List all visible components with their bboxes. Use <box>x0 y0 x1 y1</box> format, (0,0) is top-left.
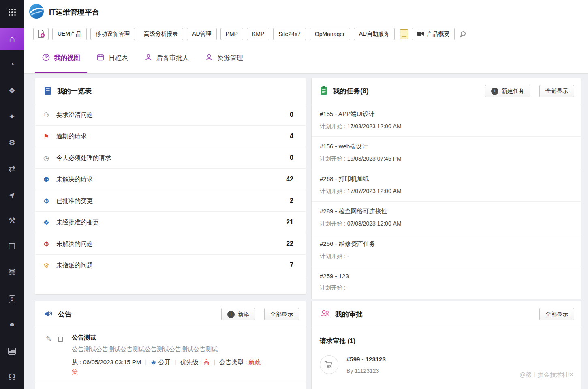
calendar-icon <box>96 53 105 63</box>
sidebar-item-assets[interactable] <box>0 235 24 258</box>
toolbar-tab-opmanager[interactable]: OpManager <box>310 28 350 40</box>
sidebar-item-requests[interactable] <box>0 79 24 102</box>
apps-menu-button[interactable] <box>0 0 24 24</box>
avatar <box>320 355 338 374</box>
announcement-title[interactable]: 公告测试 <box>72 334 262 342</box>
announcement-item: ✎ 公告测试 公告测试公告测试公告测试公告测试公告测试公告测试 从 : 06/0… <box>35 327 306 383</box>
product-overview-label: 产品概要 <box>427 30 449 38</box>
announcement-meta: 从 : 06/05/2023 03:15 PM公开优先级 : 高公告类型 : 新… <box>72 357 262 377</box>
product-overview-button[interactable]: 产品概要 <box>412 28 455 40</box>
summary-row[interactable]: 未经批准的变更 21 <box>35 212 306 233</box>
approval-title[interactable]: #599 - 123123 <box>346 356 386 363</box>
summary-row[interactable]: 要求澄清问题 0 <box>35 104 306 126</box>
task-start-value: 17/07/2023 12:00 AM <box>347 188 402 194</box>
invoice-icon <box>9 295 15 303</box>
announcements-show-all-button[interactable]: 全部显示 <box>264 308 299 320</box>
sidebar-item-support[interactable] <box>0 365 24 388</box>
tab-my-view[interactable]: 我的视图 <box>35 44 87 73</box>
summary-row[interactable]: 未解决的请求 42 <box>35 169 306 190</box>
wrench-icon <box>9 216 15 225</box>
sidebar-item-reports[interactable] <box>0 340 24 362</box>
tasks-show-all-button[interactable]: 全部显示 <box>539 85 574 97</box>
add-announcement-button[interactable]: 新添 <box>221 308 255 320</box>
sidebar-item-purchase[interactable] <box>0 288 24 310</box>
toolbar-tab-ad[interactable]: AD管理 <box>187 28 216 40</box>
ticket-icon <box>9 86 15 95</box>
from-label: 从 : <box>72 359 83 365</box>
announcements-card-title: 公告 <box>58 309 72 319</box>
summary-row-count: 42 <box>286 176 293 183</box>
summary-row-label: 已批准的变更 <box>56 197 93 205</box>
add-document-icon <box>37 30 45 39</box>
task-item[interactable]: #289 - 检查网络可连接性 计划开始 : 07/08/2023 12:00 … <box>312 202 581 234</box>
task-title[interactable]: #155 - APP端UI设计 <box>320 110 573 118</box>
summary-row-label: 未指派的问题 <box>56 262 93 269</box>
task-title[interactable]: #156 - web端设计 <box>320 143 573 150</box>
approvals-show-all-button[interactable]: 全部显示 <box>539 308 574 320</box>
tab-backup-approver[interactable]: 后备审批人 <box>137 44 196 73</box>
new-task-button[interactable]: 新建任务 <box>485 85 530 97</box>
sidebar-item-cmdb[interactable] <box>0 261 24 284</box>
task-title[interactable]: #259 - 123 <box>320 273 573 279</box>
people-icon <box>320 309 330 320</box>
sidebar-item-releases[interactable] <box>0 183 24 206</box>
lightbulb-icon <box>9 112 15 121</box>
task-start-label: 计划开始 : <box>320 123 347 129</box>
separator <box>145 359 147 365</box>
sidebar-item-tools[interactable] <box>0 209 24 232</box>
task-start-value: 07/08/2023 12:00 AM <box>347 220 402 227</box>
my-summary-card: 我的一览表 要求澄清问题 0 逾期的请求 4 今天必须处理的请求 0 未解决的请… <box>35 78 306 295</box>
add-announcement-label: 新添 <box>238 311 249 318</box>
toolbar-tab-uem[interactable]: UEM产品 <box>52 28 87 40</box>
toolbar-tab-pmp[interactable]: PMP <box>220 28 243 40</box>
toolbar-tab-analytics[interactable]: 高级分析报表 <box>139 28 183 40</box>
video-camera-icon <box>417 31 424 37</box>
task-item[interactable]: #156 - web端设计 计划开始 : 19/03/2023 07:45 PM <box>312 137 581 169</box>
summary-row-count: 21 <box>286 219 293 226</box>
task-title[interactable]: #268 - 打印机加纸 <box>320 175 573 183</box>
type-label: 公告类型 : <box>219 359 249 365</box>
shuffle-icon <box>9 164 16 174</box>
summary-row-label: 逾期的请求 <box>56 133 87 140</box>
megaphone-icon <box>43 309 53 320</box>
app-logo <box>29 4 44 21</box>
pin-icon[interactable] <box>458 29 467 39</box>
sidebar-item-contracts[interactable] <box>0 314 24 336</box>
summary-row-label: 未经批准的变更 <box>56 219 99 226</box>
summary-row[interactable]: 逾期的请求 4 <box>35 126 306 147</box>
task-item[interactable]: #155 - APP端UI设计 计划开始 : 17/03/2023 12:00 … <box>312 104 581 137</box>
task-item[interactable]: #259 - 123 计划开始 : - <box>312 266 581 299</box>
sidebar-item-solutions[interactable] <box>0 105 24 128</box>
app-header: IT运维管理平台 <box>24 0 588 24</box>
tab-schedule[interactable]: 日程表 <box>90 44 135 73</box>
products-toolbar: UEM产品 移动设备管理 高级分析报表 AD管理 PMP KMP Site24x… <box>24 24 588 44</box>
toolbar-tab-kmp[interactable]: KMP <box>247 28 269 40</box>
sidebar-item-problems[interactable] <box>0 131 24 154</box>
add-shortcut-button[interactable] <box>33 28 49 40</box>
summary-row[interactable]: 今天必须处理的请求 0 <box>35 147 306 169</box>
task-start-value: - <box>347 284 349 291</box>
clipboard-icon <box>320 86 328 97</box>
tab-resource-mgmt[interactable]: 资源管理 <box>198 44 250 73</box>
task-start-label: 计划开始 : <box>320 188 347 194</box>
toolbar-tab-ad-selfservice[interactable]: AD自助服务 <box>354 28 395 40</box>
view-tabs: 我的视图 日程表 后备审批人 资源管理 <box>24 44 588 74</box>
sidebar-item-home[interactable] <box>0 28 24 50</box>
toolbar-tab-site24x7[interactable]: Site24x7 <box>273 28 306 40</box>
sidebar-item-dashboard[interactable] <box>0 53 24 76</box>
summary-row[interactable]: 已批准的变更 2 <box>35 190 306 212</box>
trash-icon[interactable] <box>58 337 63 342</box>
task-title[interactable]: #289 - 检查网络可连接性 <box>320 208 573 215</box>
task-title[interactable]: #256 - 维修资产任务 <box>320 240 573 248</box>
task-item[interactable]: #256 - 维修资产任务 计划开始 : - <box>312 234 581 266</box>
sticky-note-icon[interactable] <box>400 29 408 39</box>
summary-row[interactable]: 未解决的问题 22 <box>35 233 306 255</box>
sidebar-item-changes[interactable] <box>0 157 24 180</box>
toolbar-tab-mdm[interactable]: 移动设备管理 <box>90 28 135 40</box>
edit-icon[interactable]: ✎ <box>46 335 51 343</box>
task-item[interactable]: #268 - 打印机加纸 计划开始 : 17/07/2023 12:00 AM <box>312 169 581 202</box>
sidebar <box>0 0 24 389</box>
summary-row[interactable]: 未指派的问题 7 <box>35 255 306 276</box>
overdue-request-icon <box>43 133 56 140</box>
task-start-value: 19/03/2023 07:45 PM <box>347 155 402 162</box>
